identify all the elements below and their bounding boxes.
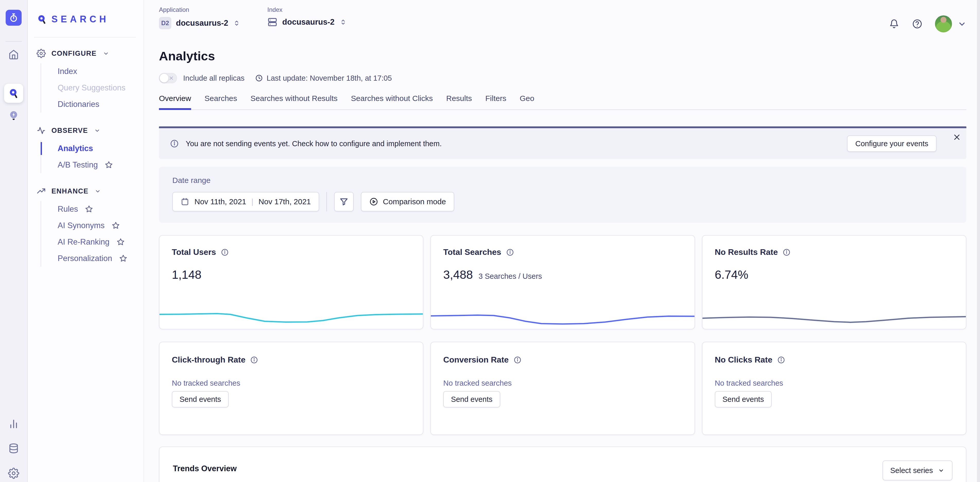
- application-value: docusaurus-2: [176, 19, 228, 28]
- notifications-bell-icon[interactable]: [889, 19, 899, 29]
- sidebar: SEARCH CONFIGURE Index Query Suggestions: [28, 0, 144, 482]
- info-icon[interactable]: [514, 356, 522, 364]
- section-enhance: ENHANCE Rules AI Synonyms AI Re-Ranking: [37, 187, 143, 267]
- conversion-rate-card: Conversion Rate No tracked searches Send…: [430, 342, 695, 435]
- total-users-card: Total Users 1,148: [159, 235, 423, 330]
- tab-searches-without-results[interactable]: Searches without Results: [251, 94, 338, 109]
- select-series-label: Select series: [890, 466, 933, 475]
- comparison-mode-button[interactable]: Comparison mode: [361, 192, 454, 211]
- star-icon: [111, 221, 120, 230]
- index-icon: [267, 17, 278, 27]
- send-events-button[interactable]: Send events: [172, 391, 229, 407]
- sidebar-nav: CONFIGURE Index Query Suggestions Dictio…: [28, 38, 143, 280]
- info-icon[interactable]: [506, 248, 514, 257]
- app-logo-tile[interactable]: [6, 10, 22, 26]
- close-icon[interactable]: [953, 133, 961, 141]
- application-badge: D2: [159, 17, 171, 29]
- section-enhance-header[interactable]: ENHANCE: [37, 187, 143, 196]
- index-dropdown[interactable]: docusaurus-2: [267, 17, 347, 27]
- tab-searches[interactable]: Searches: [205, 94, 237, 109]
- gear-icon: [37, 49, 46, 58]
- metric-value: 6.74%: [715, 268, 748, 282]
- search-product-icon[interactable]: [4, 84, 23, 103]
- sidebar-item-index[interactable]: Index: [57, 63, 143, 80]
- metric-value: 3,488: [443, 268, 473, 282]
- chevron-down-icon: [937, 467, 945, 474]
- home-icon[interactable]: [8, 48, 19, 60]
- send-events-button[interactable]: Send events: [715, 391, 772, 407]
- empty-state-text: No tracked searches: [443, 379, 682, 387]
- no-clicks-rate-card: No Clicks Rate No tracked searches Send …: [702, 342, 966, 435]
- sidebar-item-query-suggestions[interactable]: Query Suggestions: [57, 80, 143, 96]
- sort-chevrons-icon: [339, 18, 347, 26]
- sparkline-chart: [430, 308, 695, 326]
- settings-icon[interactable]: [8, 468, 19, 479]
- tab-searches-without-clicks[interactable]: Searches without Clicks: [351, 94, 433, 109]
- application-dropdown[interactable]: D2 docusaurus-2: [159, 17, 240, 29]
- sparkline-chart: [159, 308, 423, 326]
- toggle-thumb: [160, 74, 169, 82]
- info-icon: [170, 139, 179, 148]
- logo-text: SEARCH: [51, 14, 109, 25]
- activity-icon: [37, 126, 46, 135]
- sidebar-item-personalization[interactable]: Personalization: [57, 250, 143, 267]
- chevron-down-icon: [102, 50, 110, 57]
- info-icon[interactable]: [221, 248, 229, 257]
- tab-overview[interactable]: Overview: [159, 94, 191, 109]
- clock-icon: [255, 74, 263, 82]
- calendar-icon: [181, 197, 189, 206]
- replicas-toggle-row: Include all replicas Last update: Novemb…: [159, 73, 966, 83]
- date-range-start: Nov 11th, 2021: [194, 197, 246, 206]
- page-scrollbar[interactable]: [977, 0, 980, 482]
- sidebar-item-ai-re-ranking[interactable]: AI Re-Ranking: [57, 234, 143, 250]
- tab-filters[interactable]: Filters: [485, 94, 506, 109]
- card-title: No Clicks Rate: [715, 355, 772, 365]
- bar-chart-icon[interactable]: [8, 418, 19, 430]
- trends-overview-card: Trends Overview Select series: [159, 447, 966, 482]
- metric-value: 1,148: [172, 268, 201, 282]
- empty-state-text: No tracked searches: [172, 379, 410, 387]
- info-icon[interactable]: [783, 248, 791, 257]
- icon-rail: [0, 0, 28, 482]
- last-update-text: Last update: November 18th, at 17:05: [267, 74, 392, 82]
- section-observe-header[interactable]: OBSERVE: [37, 126, 143, 135]
- info-icon[interactable]: [777, 356, 785, 364]
- database-icon[interactable]: [8, 443, 19, 454]
- filter-funnel-icon[interactable]: [334, 192, 354, 211]
- topbar-actions: [889, 16, 966, 32]
- user-menu[interactable]: [935, 16, 966, 32]
- info-icon[interactable]: [250, 356, 258, 364]
- section-configure: CONFIGURE Index Query Suggestions Dictio…: [37, 49, 143, 113]
- events-banner: You are not sending events yet. Check ho…: [159, 127, 966, 159]
- sidebar-item-dictionaries[interactable]: Dictionaries: [57, 96, 143, 113]
- section-configure-header[interactable]: CONFIGURE: [37, 49, 143, 58]
- sidebar-item-rules[interactable]: Rules: [57, 201, 143, 217]
- sidebar-item-ai-synonyms[interactable]: AI Synonyms: [57, 217, 143, 234]
- select-series-dropdown[interactable]: Select series: [883, 460, 953, 480]
- chevron-down-icon: [94, 127, 101, 134]
- magnifier-icon: [37, 14, 47, 25]
- search-logo[interactable]: SEARCH: [28, 0, 143, 25]
- star-icon: [84, 205, 93, 214]
- index-value: docusaurus-2: [282, 17, 334, 27]
- card-title: No Results Rate: [715, 247, 778, 257]
- index-label: Index: [267, 6, 347, 13]
- sidebar-item-ab-testing[interactable]: A/B Testing: [57, 157, 143, 173]
- section-label: ENHANCE: [51, 187, 89, 195]
- tab-results[interactable]: Results: [446, 94, 472, 109]
- date-range-end: Nov 17th, 2021: [258, 197, 311, 206]
- star-icon: [105, 160, 113, 169]
- date-range-picker[interactable]: Nov 11th, 2021 | Nov 17th, 2021: [172, 192, 319, 211]
- play-circle-icon: [369, 197, 379, 206]
- send-events-button[interactable]: Send events: [443, 391, 500, 407]
- main-content: Application D2 docusaurus-2 Index docusa…: [144, 0, 980, 482]
- include-replicas-toggle[interactable]: [159, 73, 177, 83]
- configure-events-button[interactable]: Configure your events: [847, 135, 937, 152]
- help-icon[interactable]: [912, 19, 923, 29]
- engagement-cards-row: Click-through Rate No tracked searches S…: [159, 342, 966, 435]
- date-range-separator: |: [251, 197, 253, 206]
- tab-geo[interactable]: Geo: [520, 94, 534, 109]
- sidebar-item-analytics[interactable]: Analytics: [57, 140, 143, 157]
- recommend-bulb-icon[interactable]: [8, 110, 19, 121]
- application-selector: Application D2 docusaurus-2: [159, 6, 240, 29]
